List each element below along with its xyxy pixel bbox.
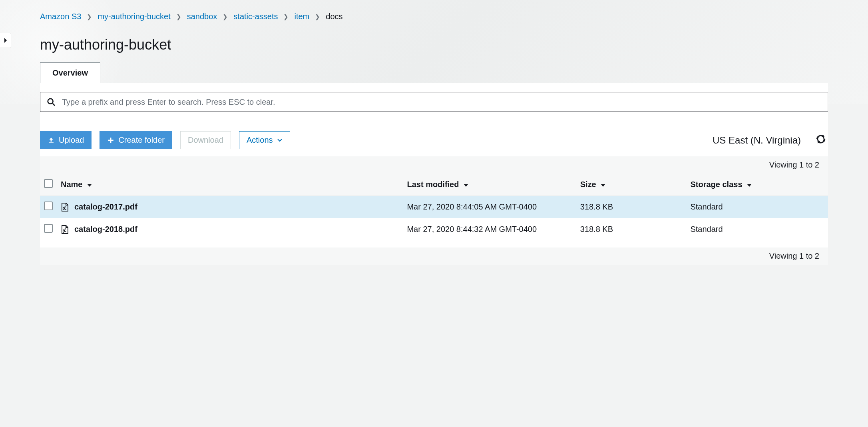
object-size: 318.8 KB <box>576 196 687 218</box>
breadcrumb-link-item[interactable]: item <box>294 12 309 21</box>
select-all-checkbox[interactable] <box>44 179 53 188</box>
side-panel-toggle[interactable] <box>0 33 11 48</box>
viewing-count-bottom: Viewing 1 to 2 <box>40 247 828 265</box>
object-size: 318.8 KB <box>576 218 687 241</box>
svg-rect-4 <box>108 140 114 141</box>
create-folder-label: Create folder <box>118 136 165 145</box>
caret-down-icon <box>87 184 92 187</box>
actions-dropdown[interactable]: Actions <box>239 131 290 149</box>
breadcrumb-link-sandbox[interactable]: sandbox <box>187 12 217 21</box>
column-header-size-label: Size <box>580 180 596 189</box>
refresh-button[interactable] <box>814 132 828 148</box>
object-last-modified: Mar 27, 2020 8:44:32 AM GMT-0400 <box>403 218 576 241</box>
object-name-link[interactable]: catalog-2018.pdf <box>74 225 137 234</box>
search-icon <box>47 98 56 106</box>
caret-down-icon <box>601 184 605 187</box>
viewing-count-top: Viewing 1 to 2 <box>40 156 828 174</box>
refresh-icon <box>816 134 826 144</box>
file-pdf-icon <box>61 202 69 212</box>
column-header-last-modified-label: Last modified <box>407 180 459 189</box>
download-button: Download <box>180 131 231 149</box>
file-pdf-icon <box>61 225 69 234</box>
page-title: my-authoring-bucket <box>40 36 828 53</box>
column-header-name[interactable]: Name <box>57 174 403 196</box>
actions-label: Actions <box>247 136 273 145</box>
column-header-storage-class-label: Storage class <box>690 180 742 189</box>
svg-rect-2 <box>49 142 54 143</box>
chevron-right-icon: ❯ <box>223 13 228 20</box>
table-row[interactable]: catalog-2017.pdfMar 27, 2020 8:44:05 AM … <box>40 196 828 218</box>
object-last-modified: Mar 27, 2020 8:44:05 AM GMT-0400 <box>403 196 576 218</box>
caret-down-icon <box>747 184 752 187</box>
object-name-link[interactable]: catalog-2017.pdf <box>74 202 137 212</box>
chevron-down-icon <box>277 138 283 142</box>
tabs: Overview <box>40 62 828 83</box>
chevron-right-icon: ❯ <box>315 13 320 20</box>
upload-button[interactable]: Upload <box>40 131 92 149</box>
create-folder-button[interactable]: Create folder <box>100 131 172 149</box>
tab-overview[interactable]: Overview <box>40 62 100 83</box>
object-storage-class: Standard <box>686 196 828 218</box>
toolbar: Upload Create folder Download Actions US… <box>40 131 828 149</box>
object-storage-class: Standard <box>686 218 828 241</box>
download-label: Download <box>188 136 223 145</box>
search-bar <box>40 92 828 112</box>
svg-line-1 <box>53 104 55 106</box>
chevron-right-icon: ❯ <box>283 13 289 20</box>
breadcrumb: Amazon S3 ❯ my-authoring-bucket ❯ sandbo… <box>40 0 828 25</box>
chevron-right-icon: ❯ <box>176 13 181 20</box>
breadcrumb-link-static-assets[interactable]: static-assets <box>233 12 278 21</box>
breadcrumb-link-bucket[interactable]: my-authoring-bucket <box>98 12 170 21</box>
caret-down-icon <box>464 184 468 187</box>
svg-point-0 <box>48 99 53 104</box>
column-header-name-label: Name <box>61 180 82 189</box>
objects-table: Name Last modified Size <box>40 174 828 240</box>
plus-icon <box>107 137 114 144</box>
row-checkbox[interactable] <box>44 224 53 233</box>
column-header-size[interactable]: Size <box>576 174 687 196</box>
upload-label: Upload <box>59 136 84 145</box>
upload-icon <box>48 137 55 144</box>
breadcrumb-link-amazon-s3[interactable]: Amazon S3 <box>40 12 81 21</box>
chevron-right-icon: ❯ <box>87 13 92 20</box>
search-input[interactable] <box>62 92 828 112</box>
breadcrumb-current: docs <box>326 12 342 21</box>
region-label: US East (N. Virginia) <box>713 135 801 146</box>
caret-right-icon <box>4 38 8 43</box>
column-header-storage-class[interactable]: Storage class <box>686 174 828 196</box>
row-checkbox[interactable] <box>44 202 53 210</box>
column-header-last-modified[interactable]: Last modified <box>403 174 576 196</box>
table-row[interactable]: catalog-2018.pdfMar 27, 2020 8:44:32 AM … <box>40 218 828 241</box>
